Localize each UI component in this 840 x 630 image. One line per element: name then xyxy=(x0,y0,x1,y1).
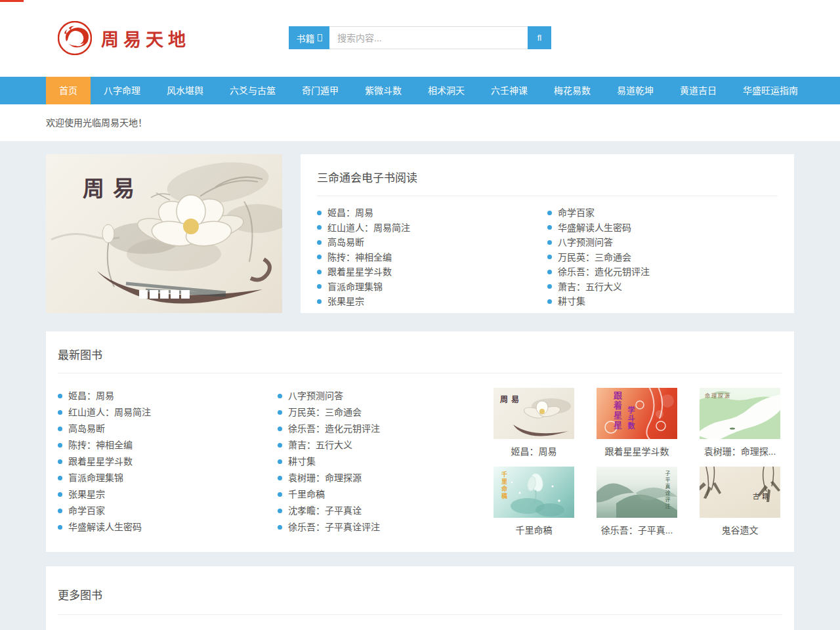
book-link-label[interactable]: 徐乐吾：子平真诠评注 xyxy=(288,519,380,536)
carousel-dot[interactable] xyxy=(139,290,148,299)
book-link-label[interactable]: 萧吉：五行大义 xyxy=(288,437,352,453)
book-link-label[interactable]: 高岛易断 xyxy=(68,421,105,437)
list-item[interactable]: 萧吉：五行大义 xyxy=(547,280,778,295)
book-caption: 千里命稿 xyxy=(494,523,574,536)
list-item[interactable]: 姬昌：周易 xyxy=(58,388,278,404)
book-link-label[interactable]: 八字预测问答 xyxy=(558,235,613,250)
list-item[interactable]: 跟着星星学斗数 xyxy=(317,264,547,280)
search-input[interactable] xyxy=(329,26,528,49)
book-link-label[interactable]: 陈抟：神相全编 xyxy=(68,437,133,453)
carousel-slide[interactable]: 周易 xyxy=(46,154,282,313)
list-item[interactable]: 张果星宗 xyxy=(58,486,278,503)
book-link-label[interactable]: 袁树珊：命理探源 xyxy=(288,470,362,486)
book-link-label[interactable]: 红山道人：周易简注 xyxy=(68,404,151,421)
book-link-label[interactable]: 张果星宗 xyxy=(68,486,105,503)
nav-item-yidao[interactable]: 易道乾坤 xyxy=(604,77,667,104)
list-item[interactable]: 华盛解读人生密码 xyxy=(547,220,778,236)
list-item[interactable]: 姬昌：周易 xyxy=(317,205,547,220)
list-item[interactable]: 徐乐吾：造化元钥评注 xyxy=(278,421,491,437)
book-link-label[interactable]: 命学百家 xyxy=(68,503,105,519)
list-item[interactable]: 万民英：三命通会 xyxy=(547,250,778,265)
book-link-label[interactable]: 萧吉：五行大义 xyxy=(558,280,622,295)
book-link-label[interactable]: 命学百家 xyxy=(558,205,595,220)
book-link-label[interactable]: 盲派命理集锦 xyxy=(327,280,383,295)
book-link-label[interactable]: 盲派命理集锦 xyxy=(68,470,123,486)
book-link-label[interactable]: 陈抟：神相全编 xyxy=(327,250,392,265)
carousel-dot[interactable] xyxy=(150,290,158,299)
nav-item-meihua[interactable]: 梅花易数 xyxy=(541,77,604,104)
nav-item-ziwei[interactable]: 紫微斗数 xyxy=(352,77,415,104)
list-item[interactable]: 命学百家 xyxy=(58,503,278,519)
nav-item-qimen[interactable]: 奇门遁甲 xyxy=(289,77,352,104)
site-title: 周易天地 xyxy=(101,26,190,51)
nav-item-liuyao[interactable]: 六爻与古筮 xyxy=(217,77,289,104)
book-link-label[interactable]: 耕寸集 xyxy=(288,453,316,470)
carousel-dot[interactable] xyxy=(171,290,179,299)
book-card-minglitanyuan[interactable]: 命理探源 袁树珊：命理探... xyxy=(700,388,780,457)
book-link-label[interactable]: 华盛解读人生密码 xyxy=(558,220,631,236)
book-card-zhouyi[interactable]: 周易 姬昌：周易 xyxy=(494,388,574,457)
cover-title-text: 千里命稿 xyxy=(500,471,509,500)
book-link-label[interactable]: 徐乐吾：造化元钥评注 xyxy=(558,264,650,280)
list-item[interactable]: 萧吉：五行大义 xyxy=(278,437,491,453)
search-category-button[interactable]: 书籍 xyxy=(289,26,329,49)
list-item[interactable]: 徐乐吾：子平真诠评注 xyxy=(278,519,491,536)
book-link-label[interactable]: 姬昌：周易 xyxy=(327,205,373,220)
carousel-dot[interactable] xyxy=(160,290,169,299)
list-item[interactable]: 华盛解读人生密码 xyxy=(58,519,278,536)
book-link-label[interactable]: 华盛解读人生密码 xyxy=(68,519,142,536)
list-item[interactable]: 千里命稿 xyxy=(278,486,491,503)
book-link-label[interactable]: 万民英：三命通会 xyxy=(288,404,362,421)
book-link-label[interactable]: 千里命稿 xyxy=(288,486,325,503)
list-item[interactable]: 红山道人：周易简注 xyxy=(58,404,278,421)
nav-item-fengshui[interactable]: 风水堪舆 xyxy=(154,77,217,104)
list-item[interactable]: 张果星宗 xyxy=(317,294,547,309)
book-link-label[interactable]: 姬昌：周易 xyxy=(68,388,114,404)
bullet-icon xyxy=(58,427,62,431)
list-item[interactable]: 耕寸集 xyxy=(547,294,778,309)
list-item[interactable]: 高岛易断 xyxy=(317,235,547,250)
book-card-qianliminggao[interactable]: 千里命稿 千里命稿 xyxy=(494,467,574,536)
list-item[interactable]: 跟着星星学斗数 xyxy=(58,453,278,470)
nav-item-bazi[interactable]: 八字命理 xyxy=(91,77,154,104)
book-card-stars[interactable]: 跟着星星 学斗数 跟着星星学斗数 xyxy=(597,388,677,457)
book-link-label[interactable]: 跟着星星学斗数 xyxy=(68,453,133,470)
book-card-guiguyiwen[interactable]: 古籍 鬼谷遗文 xyxy=(700,467,780,536)
list-item[interactable]: 袁树珊：命理探源 xyxy=(278,470,491,486)
list-item[interactable]: 陈抟：神相全编 xyxy=(317,250,547,265)
book-link-label[interactable]: 八字预测问答 xyxy=(288,388,343,404)
nav-item-huangdao[interactable]: 黄道吉日 xyxy=(667,77,730,104)
list-item[interactable]: 盲派命理集锦 xyxy=(58,470,278,486)
book-cover-image: 周易 xyxy=(494,388,574,439)
book-link-label[interactable]: 沈孝瞻：子平真诠 xyxy=(288,503,362,519)
book-link-label[interactable]: 耕寸集 xyxy=(558,294,585,309)
list-item[interactable]: 徐乐吾：造化元钥评注 xyxy=(547,264,778,280)
book-link-label[interactable]: 红山道人：周易简注 xyxy=(327,220,410,236)
nav-item-xiangshu[interactable]: 相术洞天 xyxy=(415,77,478,104)
nav-item-huasheng[interactable]: 华盛旺运指南 xyxy=(730,77,811,104)
nav-item-home[interactable]: 首页 xyxy=(46,77,91,104)
list-item[interactable]: 陈抟：神相全编 xyxy=(58,437,278,453)
nav-item-liuren[interactable]: 六壬神课 xyxy=(478,77,541,104)
list-item[interactable]: 命学百家 xyxy=(547,205,778,220)
site-logo[interactable]: 周易天地 xyxy=(58,21,190,55)
book-card-zipingzhenquan[interactable]: 子平真诠评注 徐乐吾：子平真... xyxy=(597,467,677,536)
book-link-label[interactable]: 万民英：三命通会 xyxy=(558,250,631,265)
top-loading-strip xyxy=(0,0,24,2)
site-header: 周易天地 书籍 fl xyxy=(0,0,840,77)
book-link-label[interactable]: 高岛易断 xyxy=(327,235,364,250)
carousel-caption: 周易 xyxy=(83,171,143,203)
list-item[interactable]: 万民英：三命通会 xyxy=(278,404,491,421)
list-item[interactable]: 沈孝瞻：子平真诠 xyxy=(278,503,491,519)
list-item[interactable]: 八字预测问答 xyxy=(547,235,778,250)
list-item[interactable]: 红山道人：周易简注 xyxy=(317,220,547,236)
book-link-label[interactable]: 跟着星星学斗数 xyxy=(327,264,392,280)
carousel-dot[interactable] xyxy=(181,290,190,299)
search-button[interactable]: fl xyxy=(528,26,551,49)
list-item[interactable]: 盲派命理集锦 xyxy=(317,280,547,295)
list-item[interactable]: 高岛易断 xyxy=(58,421,278,437)
book-link-label[interactable]: 张果星宗 xyxy=(327,294,364,309)
book-link-label[interactable]: 徐乐吾：造化元钥评注 xyxy=(288,421,380,437)
list-item[interactable]: 耕寸集 xyxy=(278,453,491,470)
list-item[interactable]: 八字预测问答 xyxy=(278,388,491,404)
